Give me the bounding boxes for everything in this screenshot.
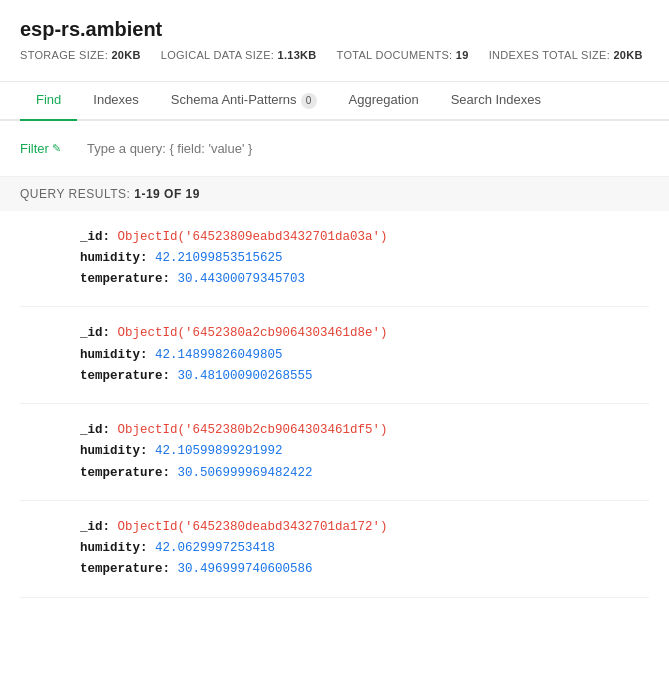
field-humidity-label: humidity: <box>80 251 148 265</box>
filter-label[interactable]: Filter ✎ <box>20 141 75 156</box>
field-temperature-value: 30.44300079345703 <box>178 272 306 286</box>
query-results-bar: QUERY RESULTS: 1-19 OF 19 <box>0 177 669 211</box>
field-temperature-value: 30.481000900268555 <box>178 369 313 383</box>
field-id-value: ObjectId('6452380b2cb9064303461df5') <box>118 423 388 437</box>
tabs-bar: FindIndexesSchema Anti-Patterns0Aggregat… <box>0 82 669 121</box>
tab-aggregation[interactable]: Aggregation <box>333 82 435 121</box>
field-temperature-label: temperature: <box>80 562 170 576</box>
tab-badge: 0 <box>301 93 317 109</box>
field-temperature-label: temperature: <box>80 369 170 383</box>
field-id-label: _id: <box>80 520 110 534</box>
query-results-label: QUERY RESULTS: <box>20 187 130 201</box>
stat-item: INDEXES TOTAL SIZE: 20KB <box>489 49 643 61</box>
field-humidity-value: 42.0629997253418 <box>155 541 275 555</box>
field-humidity-value: 42.14899826049805 <box>155 348 283 362</box>
field-humidity-value: 42.21099853515625 <box>155 251 283 265</box>
field-temperature-label: temperature: <box>80 272 170 286</box>
field-id-value: ObjectId('6452380deabd3432701da172') <box>118 520 388 534</box>
results-list: _id: ObjectId('64523809eabd3432701da03a'… <box>0 211 669 598</box>
header: esp-rs.ambient STORAGE SIZE: 20KBLOGICAL… <box>0 0 669 82</box>
field-temperature-value: 30.496999740600586 <box>178 562 313 576</box>
field-humidity-value: 42.10599899291992 <box>155 444 283 458</box>
field-humidity-label: humidity: <box>80 444 148 458</box>
filter-section: Filter ✎ <box>0 121 669 177</box>
table-row: _id: ObjectId('6452380deabd3432701da172'… <box>20 501 649 598</box>
tab-schema-anti-patterns[interactable]: Schema Anti-Patterns0 <box>155 82 333 121</box>
field-id-label: _id: <box>80 230 110 244</box>
filter-input[interactable] <box>87 137 649 160</box>
table-row: _id: ObjectId('64523809eabd3432701da03a'… <box>20 211 649 308</box>
field-id-label: _id: <box>80 423 110 437</box>
field-id-value: ObjectId('6452380a2cb9064303461d8e') <box>118 326 388 340</box>
field-temperature-label: temperature: <box>80 466 170 480</box>
tab-find[interactable]: Find <box>20 82 77 121</box>
stats-row: STORAGE SIZE: 20KBLOGICAL DATA SIZE: 1.1… <box>20 49 649 61</box>
table-row: _id: ObjectId('6452380a2cb9064303461d8e'… <box>20 307 649 404</box>
field-temperature-value: 30.506999969482422 <box>178 466 313 480</box>
stat-item: STORAGE SIZE: 20KB <box>20 49 141 61</box>
field-id-value: ObjectId('64523809eabd3432701da03a') <box>118 230 388 244</box>
edit-icon: ✎ <box>52 142 61 155</box>
query-results-range: 1-19 OF 19 <box>134 187 200 201</box>
table-row: _id: ObjectId('6452380b2cb9064303461df5'… <box>20 404 649 501</box>
collection-title: esp-rs.ambient <box>20 18 649 41</box>
field-humidity-label: humidity: <box>80 541 148 555</box>
stat-item: TOTAL DOCUMENTS: 19 <box>337 49 469 61</box>
tab-search-indexes[interactable]: Search Indexes <box>435 82 557 121</box>
stat-item: LOGICAL DATA SIZE: 1.13KB <box>161 49 317 61</box>
tab-indexes[interactable]: Indexes <box>77 82 155 121</box>
field-id-label: _id: <box>80 326 110 340</box>
field-humidity-label: humidity: <box>80 348 148 362</box>
